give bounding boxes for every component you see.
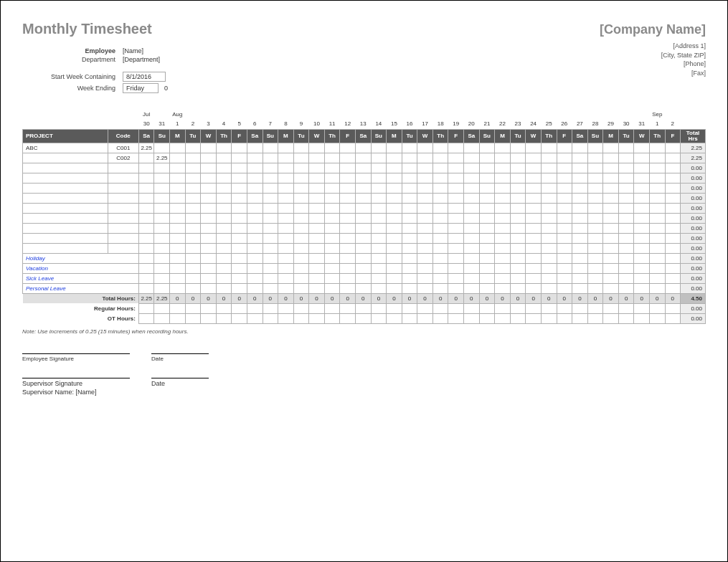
hours-cell[interactable] — [309, 223, 325, 233]
ot-cell[interactable] — [495, 313, 511, 323]
leave-cell[interactable] — [557, 253, 572, 263]
hours-cell[interactable] — [201, 163, 217, 173]
hours-cell[interactable] — [448, 163, 464, 173]
hours-cell[interactable] — [387, 233, 402, 243]
leave-cell[interactable] — [247, 253, 263, 263]
hours-cell[interactable] — [201, 213, 217, 223]
leave-cell[interactable] — [232, 263, 247, 273]
hours-cell[interactable] — [526, 213, 542, 223]
hours-cell[interactable] — [495, 183, 511, 193]
regular-cell[interactable] — [526, 303, 542, 313]
hours-cell[interactable] — [665, 193, 681, 203]
hours-cell[interactable] — [216, 213, 232, 223]
leave-cell[interactable] — [464, 253, 480, 263]
hours-cell[interactable] — [510, 213, 526, 223]
hours-cell[interactable] — [387, 223, 402, 233]
leave-cell[interactable] — [278, 273, 294, 283]
leave-cell[interactable] — [201, 263, 217, 273]
hours-cell[interactable] — [665, 183, 681, 193]
hours-cell[interactable] — [216, 163, 232, 173]
hours-cell[interactable] — [587, 223, 603, 233]
hours-cell[interactable] — [293, 163, 309, 173]
hours-cell[interactable] — [649, 153, 665, 163]
hours-cell[interactable] — [541, 213, 557, 223]
leave-cell[interactable] — [170, 263, 186, 273]
leave-cell[interactable] — [432, 283, 448, 293]
hours-cell[interactable] — [557, 213, 572, 223]
hours-cell[interactable] — [603, 243, 619, 253]
regular-cell[interactable] — [170, 303, 186, 313]
leave-cell[interactable] — [324, 263, 340, 273]
leave-cell[interactable] — [293, 263, 309, 273]
hours-cell[interactable] — [448, 183, 464, 193]
hours-cell[interactable] — [634, 143, 650, 153]
leave-cell[interactable] — [587, 273, 603, 283]
hours-cell[interactable] — [309, 153, 325, 163]
regular-cell[interactable] — [557, 303, 572, 313]
regular-cell[interactable] — [417, 303, 433, 313]
hours-cell[interactable] — [170, 193, 186, 203]
leave-cell[interactable] — [526, 273, 542, 283]
project-cell[interactable] — [23, 183, 108, 193]
leave-cell[interactable] — [448, 253, 464, 263]
hours-cell[interactable] — [247, 213, 263, 223]
hours-cell[interactable] — [154, 143, 170, 153]
hours-cell[interactable] — [154, 163, 170, 173]
hours-cell[interactable] — [479, 223, 495, 233]
regular-cell[interactable] — [340, 303, 356, 313]
project-cell[interactable] — [23, 223, 108, 233]
regular-cell[interactable] — [649, 303, 665, 313]
leave-cell[interactable] — [417, 253, 433, 263]
hours-cell[interactable] — [464, 143, 480, 153]
hours-cell[interactable] — [526, 183, 542, 193]
hours-cell[interactable] — [293, 153, 309, 163]
leave-cell[interactable] — [371, 263, 387, 273]
hours-cell[interactable] — [309, 173, 325, 183]
leave-cell[interactable] — [603, 263, 619, 273]
hours-cell[interactable] — [479, 143, 495, 153]
hours-cell[interactable] — [495, 223, 511, 233]
hours-cell[interactable] — [247, 233, 263, 243]
ot-cell[interactable] — [417, 313, 433, 323]
leave-cell[interactable] — [587, 283, 603, 293]
leave-cell[interactable] — [649, 253, 665, 263]
hours-cell[interactable] — [355, 203, 371, 213]
leave-cell[interactable] — [201, 253, 217, 263]
hours-cell[interactable] — [417, 143, 433, 153]
hours-cell[interactable] — [479, 203, 495, 213]
hours-cell[interactable] — [138, 173, 154, 183]
ot-cell[interactable] — [402, 313, 417, 323]
leave-cell[interactable] — [448, 283, 464, 293]
hours-cell[interactable] — [618, 173, 634, 183]
regular-cell[interactable] — [572, 303, 588, 313]
hours-cell[interactable] — [201, 143, 217, 153]
hours-cell[interactable] — [634, 183, 650, 193]
leave-cell[interactable] — [587, 263, 603, 273]
hours-cell[interactable] — [510, 223, 526, 233]
hours-cell[interactable] — [587, 213, 603, 223]
hours-cell[interactable] — [432, 183, 448, 193]
hours-cell[interactable] — [340, 163, 356, 173]
project-cell[interactable]: ABC — [23, 143, 108, 153]
hours-cell[interactable] — [649, 243, 665, 253]
hours-cell[interactable] — [247, 223, 263, 233]
hours-cell[interactable] — [263, 233, 278, 243]
hours-cell[interactable] — [417, 233, 433, 243]
hours-cell[interactable]: 2.25 — [154, 153, 170, 163]
hours-cell[interactable] — [464, 193, 480, 203]
leave-cell[interactable] — [634, 263, 650, 273]
ot-cell[interactable] — [634, 313, 650, 323]
leave-cell[interactable] — [649, 273, 665, 283]
hours-cell[interactable] — [201, 243, 217, 253]
leave-cell[interactable] — [541, 253, 557, 263]
code-cell[interactable] — [108, 223, 138, 233]
leave-cell[interactable] — [185, 273, 201, 283]
hours-cell[interactable] — [557, 243, 572, 253]
hours-cell[interactable] — [464, 153, 480, 163]
hours-cell[interactable] — [247, 143, 263, 153]
hours-cell[interactable] — [355, 183, 371, 193]
hours-cell[interactable] — [432, 163, 448, 173]
hours-cell[interactable] — [448, 223, 464, 233]
hours-cell[interactable] — [185, 213, 201, 223]
hours-cell[interactable] — [232, 223, 247, 233]
